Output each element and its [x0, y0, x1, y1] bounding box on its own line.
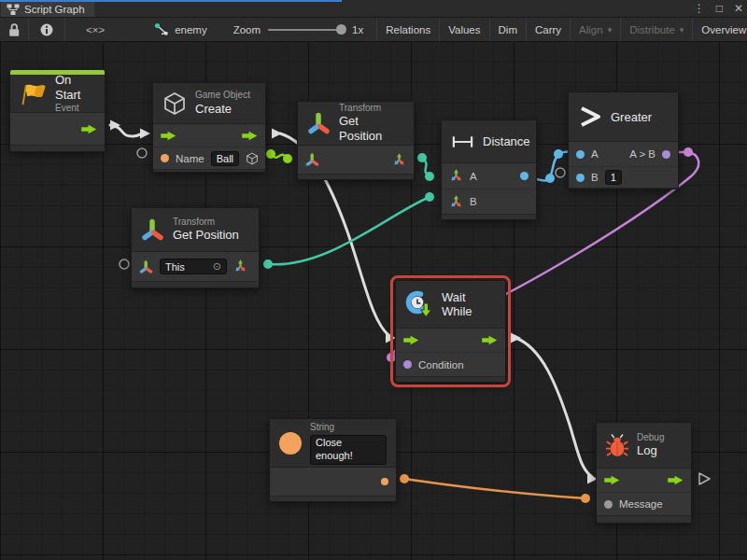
info-icon [40, 23, 53, 36]
port-b-label: B [470, 196, 477, 207]
node-game-object-create[interactable]: Game Object Create Name Ball [152, 82, 266, 173]
node-title: Get Position [339, 114, 404, 145]
flow-input-port[interactable] [604, 475, 620, 485]
tab-script-graph[interactable]: Script Graph [1, 2, 94, 17]
carry-button[interactable]: Carry [527, 18, 571, 41]
node-on-start-event[interactable]: On Start Event [9, 69, 106, 152]
name-input-port[interactable] [161, 154, 169, 162]
transform-input-port[interactable] [305, 153, 319, 166]
b-value-field[interactable]: 1 [605, 170, 622, 185]
flow-output-port[interactable] [668, 475, 684, 485]
zoom-slider-knob[interactable] [336, 24, 346, 35]
maximize-icon[interactable]: □ [716, 0, 723, 17]
node-greater[interactable]: Greater A A > B B 1 [568, 91, 679, 189]
wait-clock-icon [405, 290, 433, 318]
node-subtitle: Transform [173, 217, 239, 229]
game-object-cube-icon [162, 91, 187, 116]
node-footer [298, 174, 414, 179]
flow-input-port[interactable] [161, 131, 176, 141]
node-title: Distance [483, 134, 530, 148]
info-button[interactable] [29, 18, 65, 41]
node-string-literal[interactable]: String Close enough! [269, 418, 397, 502]
graph-reference[interactable]: enemy [153, 22, 207, 36]
zoom-value: 1x [352, 24, 363, 35]
message-input-port[interactable] [604, 500, 613, 509]
relations-button[interactable]: Relations [376, 18, 440, 41]
name-port-label: Name [176, 153, 204, 164]
string-type-icon [279, 432, 302, 455]
vector3-input-port-a[interactable] [449, 169, 463, 183]
transform-input-port[interactable] [139, 260, 153, 273]
node-title: Greater [611, 110, 652, 124]
chevron-down-icon: ▾ [608, 25, 613, 35]
graph-toolbar: <×> enemy Zoom 1x Relations Values Dim C… [0, 18, 747, 42]
target-value-field[interactable]: This ⊙ [160, 259, 227, 274]
port-b-label: B [591, 172, 599, 183]
flow-output-port[interactable] [81, 124, 97, 134]
vector3-output-port[interactable] [392, 153, 406, 167]
node-subtitle: Game Object [195, 90, 250, 102]
node-subtitle: Debug [637, 432, 664, 444]
node-title: Get Position [173, 228, 239, 243]
zoom-slider[interactable] [268, 29, 345, 31]
node-distance[interactable]: Distance A B [441, 119, 537, 220]
condition-label: Condition [418, 359, 464, 371]
close-icon[interactable]: ✕ [734, 0, 743, 17]
node-title: Wait While [442, 290, 496, 318]
node-footer [396, 376, 505, 382]
kebab-menu-icon[interactable]: ⋮ [694, 0, 705, 17]
node-get-position-top[interactable]: Transform Get Position [297, 101, 415, 180]
overview-button[interactable]: Overview [693, 18, 747, 41]
node-title: Create [195, 102, 250, 117]
distribute-dropdown[interactable]: Distribute▾ [621, 18, 693, 41]
node-footer [442, 214, 536, 219]
flow-output-port[interactable] [482, 335, 498, 345]
input-port-b[interactable] [576, 174, 585, 182]
node-get-position-bottom[interactable]: Transform Get Position This ⊙ [131, 207, 260, 288]
flow-output-port[interactable] [242, 131, 258, 141]
zoom-label: Zoom [233, 24, 261, 35]
node-footer [270, 496, 396, 501]
debug-bug-icon [606, 432, 628, 458]
flow-input-port[interactable] [403, 335, 419, 345]
game-object-output-port[interactable] [246, 152, 259, 165]
transform-icon [141, 218, 164, 241]
lock-button[interactable] [0, 18, 29, 41]
vector3-input-port-b[interactable] [449, 195, 463, 209]
vector3-output-port[interactable] [233, 259, 247, 273]
graph-asset-icon [153, 22, 169, 36]
tab-title: Script Graph [24, 4, 85, 15]
string-value-field[interactable]: Close enough! [310, 435, 387, 465]
name-value-field[interactable]: Ball [211, 151, 239, 166]
node-title: Log [637, 443, 664, 458]
lock-icon [7, 22, 21, 37]
chevron-down-icon: ▾ [680, 25, 684, 35]
node-footer [569, 188, 678, 189]
node-title: On Start [55, 73, 95, 104]
result-label: A > B [629, 148, 655, 160]
graph-name: enemy [175, 24, 207, 35]
values-button[interactable]: Values [440, 18, 489, 41]
transform-icon [307, 112, 331, 134]
input-port-a[interactable] [576, 150, 585, 159]
node-wait-while[interactable]: Wait While Condition [395, 280, 506, 383]
node-title: String [310, 422, 387, 434]
object-picker-icon[interactable]: ⊙ [213, 260, 221, 273]
port-a-label: A [470, 171, 477, 182]
script-graph-icon [7, 4, 20, 16]
string-output-port[interactable] [381, 478, 388, 485]
dim-button[interactable]: Dim [490, 18, 527, 41]
node-debug-log[interactable]: Debug Log Message [596, 422, 692, 524]
result-output-port[interactable] [662, 150, 670, 159]
node-footer [153, 169, 265, 172]
code-view-button[interactable]: <×> [65, 18, 125, 41]
distance-icon [451, 134, 474, 149]
condition-input-port[interactable] [403, 360, 412, 369]
unity-script-graph-window: Script Graph ⋮ □ ✕ <×> enemy Zoom 1x [0, 0, 747, 560]
align-dropdown[interactable]: Align▾ [571, 18, 621, 41]
message-label: Message [619, 498, 663, 510]
node-footer [132, 281, 259, 287]
greater-icon [578, 105, 602, 128]
distance-output-port[interactable] [520, 172, 529, 180]
title-bar: Script Graph ⋮ □ ✕ [0, 0, 747, 18]
